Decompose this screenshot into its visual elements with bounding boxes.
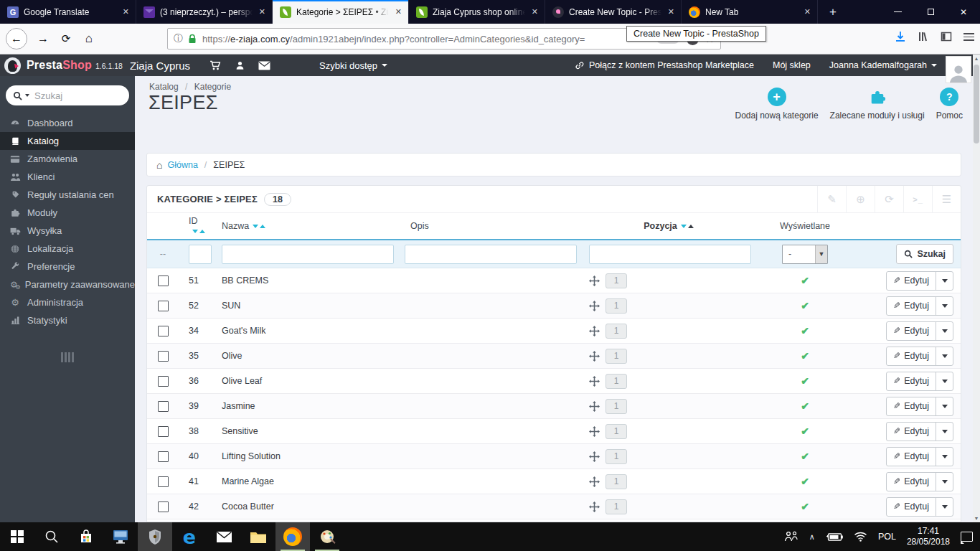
edit-dropdown-caret[interactable]: [936, 347, 953, 365]
sidebar-item-preferencje[interactable]: Preferencje: [0, 258, 135, 276]
export-stack-icon[interactable]: ☰: [932, 186, 961, 213]
back-button[interactable]: ←: [6, 28, 27, 50]
reload-button[interactable]: ⟳: [56, 28, 76, 50]
row-checkbox[interactable]: [158, 276, 169, 286]
tab-google-translate[interactable]: G Google Translate ✕: [0, 0, 136, 24]
tab-ziaja-shop[interactable]: Ziaja Cyprus shop online ✕: [409, 0, 545, 24]
category-name[interactable]: Cocoa Butter: [213, 501, 396, 512]
displayed-check-icon[interactable]: ✔: [801, 451, 809, 462]
category-name[interactable]: Goat's Milk: [213, 326, 396, 336]
drag-move-icon[interactable]: [589, 326, 600, 336]
search-scope-caret-icon[interactable]: [25, 94, 29, 97]
drag-move-icon[interactable]: [589, 276, 600, 286]
path-home-link[interactable]: Główna: [167, 160, 197, 170]
people-icon[interactable]: [784, 531, 798, 542]
category-name[interactable]: Sensitive: [213, 426, 396, 436]
sidebar-item-administracja[interactable]: ⚙ Administracja: [0, 293, 135, 311]
tab-create-topic[interactable]: Create New Topic - Prest ✕: [545, 0, 682, 24]
edit-dropdown-caret[interactable]: [936, 297, 953, 315]
drag-move-icon[interactable]: [589, 501, 600, 512]
language-indicator[interactable]: POL: [878, 532, 896, 542]
tab-webmail[interactable]: (3 nieprzeczyt.) – perspol ✕: [136, 0, 273, 24]
drag-move-icon[interactable]: [589, 351, 600, 362]
sidebar-item-katalog[interactable]: Katalog: [0, 132, 135, 150]
sidebar-item-lokalizacja[interactable]: Lokalizacja: [0, 240, 135, 258]
sort-icons[interactable]: [192, 230, 205, 233]
row-checkbox[interactable]: [158, 426, 169, 437]
taskbar-explorer-button[interactable]: [241, 522, 275, 551]
scroll-down-icon[interactable]: ▼: [973, 516, 980, 521]
help-button[interactable]: ? Pomoc: [936, 88, 963, 121]
column-header-id[interactable]: ID: [179, 216, 213, 236]
taskbar-paint-button[interactable]: [310, 522, 344, 551]
drag-move-icon[interactable]: [589, 426, 600, 437]
filter-search-button[interactable]: Szukaj: [896, 244, 953, 264]
column-header-name[interactable]: Nazwa: [213, 221, 396, 231]
marketplace-link[interactable]: Połącz z kontem Prestashop Marketplace: [575, 60, 754, 70]
recommended-modules-button[interactable]: Zalecane moduły i usługi: [830, 88, 925, 121]
menu-icon[interactable]: [963, 31, 974, 43]
tab-close-icon[interactable]: ✕: [803, 6, 812, 18]
tab-kategorie-active[interactable]: Kategorie > ΣΕΙΡΕΣ • Ziaja ✕: [273, 0, 409, 24]
category-name[interactable]: Marine Algae: [213, 476, 396, 486]
position-input[interactable]: [606, 273, 627, 288]
edit-dropdown-caret[interactable]: [936, 423, 953, 441]
start-button[interactable]: [0, 522, 34, 551]
filter-displayed-select[interactable]: -▼: [782, 245, 828, 264]
quick-access-menu[interactable]: Szybki dostęp: [319, 60, 387, 71]
tab-close-icon[interactable]: ✕: [121, 6, 131, 18]
category-name[interactable]: Olive: [213, 351, 396, 361]
displayed-check-icon[interactable]: ✔: [801, 501, 809, 512]
edit-split-button[interactable]: ✎Edytuj: [886, 397, 953, 416]
sidebar-collapse-grip[interactable]: [60, 352, 75, 362]
edit-split-button[interactable]: ✎Edytuj: [886, 347, 953, 366]
tab-close-icon[interactable]: ✕: [258, 6, 267, 18]
column-header-position[interactable]: Pozycja: [579, 221, 758, 231]
position-input[interactable]: [606, 424, 627, 439]
displayed-check-icon[interactable]: ✔: [801, 300, 809, 311]
displayed-check-icon[interactable]: ✔: [801, 275, 809, 286]
displayed-check-icon[interactable]: ✔: [801, 476, 809, 487]
sidebar-item-klienci[interactable]: Klienci: [0, 168, 135, 186]
taskbar-monitor-app-button[interactable]: [103, 522, 138, 551]
edit-dropdown-caret[interactable]: [936, 473, 953, 491]
sidebar-search[interactable]: [6, 85, 129, 105]
row-checkbox[interactable]: [158, 351, 169, 362]
filter-name-input[interactable]: [222, 245, 394, 264]
customers-icon[interactable]: [227, 60, 252, 71]
filter-description-input[interactable]: [405, 245, 577, 264]
row-checkbox[interactable]: [158, 401, 169, 412]
displayed-check-icon[interactable]: ✔: [801, 400, 809, 412]
position-input[interactable]: [606, 449, 627, 464]
tab-close-icon[interactable]: ✕: [666, 6, 676, 18]
tray-expand-icon[interactable]: ∧: [809, 532, 815, 542]
new-tab-button[interactable]: +: [822, 0, 844, 24]
prestashop-logo[interactable]: [4, 57, 21, 74]
edit-dropdown-caret[interactable]: [936, 448, 953, 466]
position-input[interactable]: [606, 374, 627, 389]
position-input[interactable]: [606, 298, 627, 314]
category-name[interactable]: Jasmine: [213, 401, 396, 411]
action-center-icon[interactable]: [961, 532, 973, 542]
battery-icon[interactable]: [826, 532, 843, 542]
edit-split-button[interactable]: ✎Edytuj: [886, 422, 953, 441]
drag-move-icon[interactable]: [589, 376, 600, 387]
edit-split-button[interactable]: ✎Edytuj: [886, 447, 953, 466]
edit-icon[interactable]: ✎: [817, 186, 846, 213]
maximize-button[interactable]: [914, 0, 947, 24]
drag-move-icon[interactable]: [589, 451, 600, 462]
sort-icons[interactable]: [681, 225, 694, 228]
taskbar-store-button[interactable]: [69, 522, 103, 551]
sidebar-item-parametry[interactable]: ⚙⚙ Parametry zaawansowane: [0, 276, 135, 293]
sidebar-search-input[interactable]: [34, 90, 106, 101]
row-checkbox[interactable]: [158, 451, 169, 462]
category-name[interactable]: Olive Leaf: [213, 376, 396, 386]
category-name[interactable]: Lifting Solution: [213, 451, 396, 461]
taskbar-mail-button[interactable]: [207, 522, 241, 551]
displayed-check-icon[interactable]: ✔: [801, 350, 809, 362]
position-input[interactable]: [606, 324, 627, 339]
user-menu[interactable]: Joanna Kademalfogarah: [829, 60, 937, 70]
my-shop-link[interactable]: Mój sklep: [773, 60, 811, 70]
cart-icon[interactable]: [203, 60, 227, 71]
displayed-check-icon[interactable]: ✔: [801, 375, 809, 387]
